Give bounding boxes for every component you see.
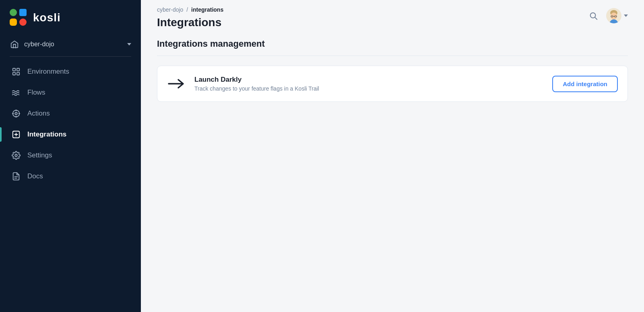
sidebar-item-label-docs: Docs (27, 172, 43, 180)
launch-darkly-icon (167, 74, 186, 93)
environments-icon (11, 67, 21, 76)
sidebar-item-flows[interactable]: Flows (5, 83, 136, 103)
svg-point-13 (15, 154, 17, 157)
integration-info: Launch Darkly Track changes to your feat… (194, 76, 544, 92)
sidebar-item-environments[interactable]: Environments (5, 62, 136, 82)
svg-line-17 (595, 17, 597, 19)
search-button[interactable] (587, 9, 600, 22)
sidebar-item-integrations[interactable]: Integrations (5, 124, 136, 145)
add-integration-button[interactable]: Add integration (552, 76, 618, 92)
user-dropdown-arrow-icon[interactable] (624, 14, 628, 17)
content-area: Integrations management Launch Darkly Tr… (141, 29, 644, 312)
chevron-down-icon (127, 43, 131, 45)
breadcrumb-page: integrations (191, 6, 223, 13)
section-title: Integrations management (157, 39, 628, 49)
sidebar-item-label-environments: Environments (27, 68, 69, 76)
svg-rect-3 (17, 72, 19, 75)
header-right (587, 6, 628, 23)
section-divider (157, 56, 628, 56)
breadcrumb: cyber-dojo / integrations (157, 6, 223, 13)
svg-rect-1 (17, 68, 19, 71)
org-name-label: cyber-dojo (24, 41, 54, 48)
logo-dot-green (10, 9, 17, 16)
sidebar-item-label-settings: Settings (27, 151, 52, 159)
integration-name: Launch Darkly (194, 76, 544, 84)
sidebar-item-settings[interactable]: Settings (5, 145, 136, 165)
sidebar-item-docs[interactable]: Docs (5, 166, 136, 186)
user-menu[interactable] (606, 8, 628, 23)
integration-card-launch-darkly: Launch Darkly Track changes to your feat… (157, 66, 628, 102)
sidebar-item-label-flows: Flows (27, 89, 45, 97)
svg-point-5 (15, 112, 17, 115)
integrations-icon (11, 130, 21, 139)
breadcrumb-separator: / (186, 6, 188, 13)
page-title: Integrations (157, 16, 223, 29)
logo-text: kosli (33, 11, 61, 24)
integration-description: Track changes to your feature flags in a… (194, 85, 544, 92)
sidebar-item-label-actions: Actions (27, 110, 50, 118)
header-left: cyber-dojo / integrations Integrations (157, 6, 223, 29)
logo-dot-yellow (10, 19, 17, 26)
avatar[interactable] (606, 8, 621, 23)
actions-icon (11, 109, 21, 118)
main-content: cyber-dojo / integrations Integrations (141, 0, 644, 312)
breadcrumb-org: cyber-dojo (157, 6, 183, 13)
page-header: cyber-dojo / integrations Integrations (141, 0, 644, 29)
sidebar: kosli cyber-dojo (0, 0, 141, 312)
svg-rect-2 (13, 72, 15, 75)
logo-dot-blue (19, 9, 27, 16)
docs-icon (11, 171, 21, 181)
flows-icon (11, 88, 21, 97)
sidebar-org-selector[interactable]: cyber-dojo (0, 35, 141, 53)
sidebar-nav: Environments Flows (0, 62, 141, 312)
logo-dot-red (19, 19, 27, 26)
kosli-logo-icon (10, 9, 27, 27)
sidebar-divider (10, 56, 131, 57)
sidebar-logo: kosli (0, 0, 141, 35)
svg-rect-0 (13, 68, 15, 71)
home-icon (10, 39, 19, 49)
sidebar-item-label-integrations: Integrations (27, 130, 66, 138)
settings-icon (11, 151, 21, 160)
sidebar-item-actions[interactable]: Actions (5, 103, 136, 124)
